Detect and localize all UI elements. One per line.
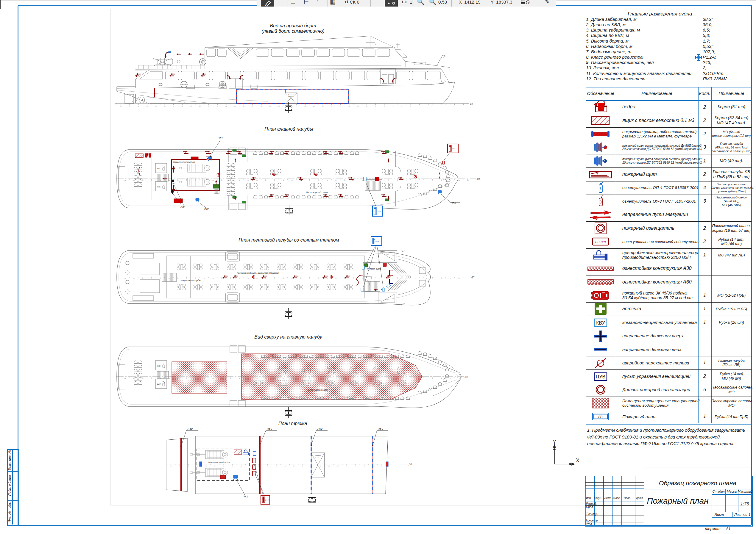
svg-text:-6: -6 bbox=[432, 180, 433, 182]
svg-text:58: 58 bbox=[151, 180, 152, 182]
svg-text:20: 20 bbox=[317, 180, 319, 182]
svg-text:60: 60 bbox=[142, 278, 144, 280]
svg-text:Y: Y bbox=[553, 439, 556, 445]
svg-text:18: 18 bbox=[326, 278, 328, 280]
svg-text:22: 22 bbox=[309, 180, 310, 182]
svg-text:50: 50 bbox=[223, 466, 225, 467]
svg-text:ПК2: ПК2 bbox=[451, 201, 456, 204]
svg-text:34: 34 bbox=[256, 180, 257, 182]
svg-text:54: 54 bbox=[205, 466, 207, 467]
svg-text:64: 64 bbox=[129, 105, 130, 107]
svg-text:18: 18 bbox=[331, 105, 332, 107]
svg-text:58: 58 bbox=[151, 278, 152, 280]
svg-text:-8: -8 bbox=[441, 180, 442, 182]
svg-text:30: 30 bbox=[311, 466, 312, 467]
svg-text:34: 34 bbox=[256, 278, 257, 280]
svg-text:26: 26 bbox=[291, 278, 293, 280]
svg-text:А60: А60 bbox=[317, 427, 323, 430]
svg-text:44: 44 bbox=[249, 466, 251, 467]
svg-text:32: 32 bbox=[269, 105, 271, 107]
svg-text:46: 46 bbox=[208, 105, 209, 107]
svg-text:32: 32 bbox=[265, 180, 266, 182]
svg-text:60: 60 bbox=[142, 378, 144, 379]
svg-text:62: 62 bbox=[138, 105, 139, 107]
svg-text:16: 16 bbox=[335, 180, 337, 182]
svg-text:А30: А30 bbox=[187, 427, 193, 430]
svg-text:Машинное отделение: Машинное отделение bbox=[173, 161, 195, 163]
svg-text:44: 44 bbox=[212, 180, 213, 182]
svg-text:-8: -8 bbox=[441, 378, 442, 379]
svg-text:4: 4 bbox=[388, 180, 389, 182]
svg-text:52: 52 bbox=[214, 466, 216, 467]
svg-text:-10: -10 bbox=[449, 278, 451, 280]
svg-text:Сч-3: Сч-3 bbox=[452, 148, 455, 150]
svg-text:20: 20 bbox=[317, 278, 319, 280]
svg-text:54: 54 bbox=[168, 278, 170, 280]
svg-text:-10: -10 bbox=[449, 180, 451, 182]
svg-text:8: 8 bbox=[375, 105, 376, 107]
svg-text:-10: -10 bbox=[449, 378, 451, 379]
svg-text:24: 24 bbox=[300, 180, 301, 182]
svg-text:58: 58 bbox=[188, 466, 189, 467]
svg-text:WC: WC bbox=[157, 185, 161, 188]
svg-text:2: 2 bbox=[397, 180, 398, 182]
svg-text:12: 12 bbox=[353, 180, 354, 182]
svg-text:ДП: ДП bbox=[409, 463, 412, 466]
svg-text:66: 66 bbox=[120, 105, 122, 107]
svg-text:14: 14 bbox=[344, 180, 345, 182]
svg-text:А60: А60 bbox=[378, 427, 384, 430]
svg-text:-6: -6 bbox=[432, 278, 433, 280]
svg-text:-4: -4 bbox=[423, 378, 424, 379]
svg-text:52: 52 bbox=[177, 180, 179, 182]
svg-text:Пассажирский салон: Пассажирский салон bbox=[307, 389, 328, 391]
svg-text:4: 4 bbox=[393, 105, 393, 107]
svg-text:38: 38 bbox=[238, 278, 240, 280]
svg-text:28: 28 bbox=[282, 180, 284, 182]
svg-text:34: 34 bbox=[260, 105, 262, 107]
svg-text:-2: -2 bbox=[415, 180, 416, 182]
svg-text:46: 46 bbox=[241, 466, 242, 467]
svg-text:40: 40 bbox=[230, 378, 231, 379]
svg-text:48: 48 bbox=[199, 105, 201, 107]
svg-text:-12: -12 bbox=[458, 180, 460, 182]
svg-text:пп вт: пп вт bbox=[595, 240, 606, 244]
svg-text:52: 52 bbox=[182, 105, 183, 107]
svg-text:14: 14 bbox=[344, 278, 345, 280]
svg-text:26: 26 bbox=[328, 466, 330, 467]
svg-text:2: 2 bbox=[401, 105, 403, 107]
svg-text:12: 12 bbox=[357, 105, 359, 107]
svg-text:24: 24 bbox=[304, 105, 306, 107]
svg-text:50: 50 bbox=[186, 180, 187, 182]
svg-text:58: 58 bbox=[151, 378, 152, 379]
svg-text:+: + bbox=[217, 180, 219, 183]
svg-text:14: 14 bbox=[348, 105, 350, 107]
svg-text:16: 16 bbox=[340, 105, 341, 107]
svg-text:10: 10 bbox=[362, 180, 363, 182]
svg-text:28: 28 bbox=[282, 278, 284, 280]
svg-text:42: 42 bbox=[226, 105, 227, 107]
svg-text:56: 56 bbox=[164, 105, 166, 107]
svg-text:22: 22 bbox=[346, 466, 347, 467]
svg-text:62: 62 bbox=[170, 466, 172, 467]
svg-text:60: 60 bbox=[147, 105, 148, 107]
svg-text:46: 46 bbox=[203, 278, 205, 280]
svg-text:ДП: ДП bbox=[476, 178, 480, 180]
svg-text:40: 40 bbox=[230, 278, 231, 280]
svg-text:WC: WC bbox=[157, 167, 161, 170]
svg-text:-4: -4 bbox=[423, 180, 424, 182]
svg-text:14: 14 bbox=[381, 466, 382, 467]
svg-text:WC: WC bbox=[157, 383, 161, 386]
svg-text:30: 30 bbox=[278, 105, 280, 107]
svg-text:WC: WC bbox=[157, 365, 161, 367]
svg-text:30: 30 bbox=[274, 180, 275, 182]
svg-text:FP.: FP. bbox=[598, 415, 603, 419]
svg-text:48: 48 bbox=[232, 466, 233, 467]
svg-text:А60: А60 bbox=[267, 427, 272, 430]
svg-text:44: 44 bbox=[217, 105, 218, 107]
svg-text:18: 18 bbox=[326, 180, 328, 182]
svg-text:48: 48 bbox=[195, 180, 196, 182]
svg-text:8: 8 bbox=[371, 278, 372, 280]
svg-text:40: 40 bbox=[234, 105, 236, 107]
svg-text:ОП-4: ОП-4 bbox=[377, 211, 381, 213]
svg-text:-4: -4 bbox=[423, 278, 424, 280]
